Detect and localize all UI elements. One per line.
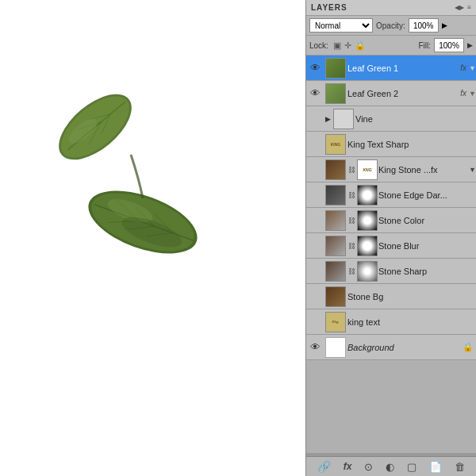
blend-mode-select[interactable]: Normal <box>309 18 373 33</box>
layer-name: king text <box>347 317 476 327</box>
layer-expand-icon[interactable]: ▼ <box>469 64 476 72</box>
panel-collapse-icon[interactable]: ◀▶ <box>455 4 464 11</box>
layer-thumbnail <box>333 109 354 129</box>
chain-icon: ⛓ <box>348 242 355 250</box>
layer-name: Stone Blur <box>378 241 476 251</box>
canvas-area <box>0 0 305 476</box>
layer-thumbnail: Khg. <box>325 312 346 332</box>
chain-icon: ⛓ <box>348 267 355 275</box>
layer-row[interactable]: ⛓ Stone Edge Dar... <box>306 182 476 208</box>
layer-visibility[interactable]: 👁 <box>306 87 324 99</box>
fx-badge: fx <box>460 63 466 72</box>
layer-thumbnail <box>325 159 346 180</box>
chain-icon: ⛓ <box>348 217 355 225</box>
layer-name: Stone Bg <box>347 292 476 301</box>
layer-row[interactable]: Stone Bg <box>306 284 476 309</box>
delete-layer-icon[interactable]: 🗑 <box>455 461 465 473</box>
panel-footer: 🔗 fx ⊙ ◐ ▢ 📄 🗑 <box>306 456 476 476</box>
layer-row[interactable]: Khg. king text <box>306 309 476 335</box>
layer-thumbnail <box>325 83 346 104</box>
layer-name: Leaf Green 2 <box>347 89 460 98</box>
layer-row[interactable]: 👁 Background 🔒 <box>306 335 476 360</box>
visibility-icon: 👁 <box>310 341 321 353</box>
opacity-input[interactable] <box>409 18 439 33</box>
panel-header: LAYERS ◀▶ ≡ <box>306 0 476 16</box>
layer-thumbnail <box>325 261 346 282</box>
layer-row[interactable]: 👁 Leaf Green 1 fx ▼ <box>306 56 476 81</box>
add-mask-icon[interactable]: ⊙ <box>364 461 373 473</box>
layer-expand-icon[interactable]: ▼ <box>469 166 476 174</box>
layer-row[interactable]: KING King Text Sharp <box>306 132 476 157</box>
layer-thumbnail <box>325 58 346 79</box>
layer-row[interactable]: 👁 Leaf Green 2 fx ▼ <box>306 81 476 106</box>
layer-visibility[interactable]: 👁 <box>306 62 324 74</box>
layer-name: King Stone ...fx <box>378 165 469 175</box>
lock-position-icon[interactable]: ✛ <box>344 40 351 51</box>
leaves-svg <box>16 32 254 349</box>
layer-mask-thumbnail <box>357 261 378 282</box>
panel-title: LAYERS <box>311 3 347 12</box>
layer-thumbnail <box>325 286 346 307</box>
layer-mask-thumbnail <box>357 210 378 231</box>
group-expand-icon[interactable]: ▶ <box>325 115 331 123</box>
layer-thumbnail <box>325 185 346 205</box>
layer-row[interactable]: ⛓ Stone Color <box>306 208 476 233</box>
lock-icon: 🔒 <box>463 342 474 352</box>
visibility-icon: 👁 <box>310 62 321 74</box>
new-adjustment-icon[interactable]: ◐ <box>386 461 394 473</box>
panel-menu-icon[interactable]: ≡ <box>467 4 471 11</box>
layer-thumbnail: KING <box>325 134 346 155</box>
layer-thumbnail <box>325 210 346 231</box>
layer-name: Stone Sharp <box>378 267 476 276</box>
lock-row: Lock: ▣ ✛ 🔒 Fill: ▶ <box>306 36 476 56</box>
blend-mode-row: Normal Opacity: ▶ <box>306 16 476 36</box>
layer-list: 👁 Leaf Green 1 fx ▼ 👁 Leaf Green 2 fx ▼ … <box>306 56 476 453</box>
fill-label: Fill: <box>418 41 431 50</box>
layer-name: Background <box>347 343 463 352</box>
fill-input[interactable] <box>434 38 464 52</box>
lock-label: Lock: <box>309 41 328 50</box>
link-layers-icon[interactable]: 🔗 <box>317 460 331 473</box>
opacity-label: Opacity: <box>376 21 405 30</box>
leaves-container <box>16 32 254 351</box>
layer-name: Leaf Green 1 <box>347 63 460 73</box>
lock-all-icon[interactable]: 🔒 <box>355 40 366 51</box>
layer-mask-thumbnail: KNG <box>357 159 378 180</box>
layer-name: Stone Edge Dar... <box>378 190 476 200</box>
layer-thumbnail <box>325 337 346 358</box>
layer-row[interactable]: ▶ Vine <box>306 106 476 132</box>
layer-mask-thumbnail <box>357 185 378 205</box>
panel-header-icons: ◀▶ ≡ <box>455 4 471 11</box>
layer-thumbnail <box>325 236 346 256</box>
opacity-arrow[interactable]: ▶ <box>442 21 447 29</box>
new-group-icon[interactable]: ▢ <box>407 461 416 473</box>
fill-arrow[interactable]: ▶ <box>467 41 473 49</box>
layer-name: King Text Sharp <box>347 140 476 149</box>
layer-visibility[interactable]: 👁 <box>306 341 324 353</box>
layer-name: Vine <box>355 114 476 124</box>
new-layer-icon[interactable]: 📄 <box>429 461 442 473</box>
canvas-content <box>0 0 305 476</box>
layer-row[interactable]: ⛓ Stone Blur <box>306 233 476 259</box>
layer-expand-icon[interactable]: ▼ <box>469 90 476 98</box>
chain-icon: ⛓ <box>348 166 355 174</box>
layer-row[interactable]: ⛓ KNG King Stone ...fx ▼ <box>306 157 476 182</box>
layer-name: Stone Color <box>378 216 476 225</box>
fx-badge: fx <box>460 89 466 98</box>
layer-row[interactable]: ⛓ Stone Sharp <box>306 259 476 284</box>
lock-pixels-icon[interactable]: ▣ <box>333 40 341 51</box>
layer-mask-thumbnail <box>357 236 378 256</box>
fx-icon[interactable]: fx <box>344 461 352 472</box>
visibility-icon: 👁 <box>310 87 321 99</box>
layers-panel: LAYERS ◀▶ ≡ Normal Opacity: ▶ Lock: ▣ ✛ … <box>305 0 476 476</box>
chain-icon: ⛓ <box>348 191 355 199</box>
